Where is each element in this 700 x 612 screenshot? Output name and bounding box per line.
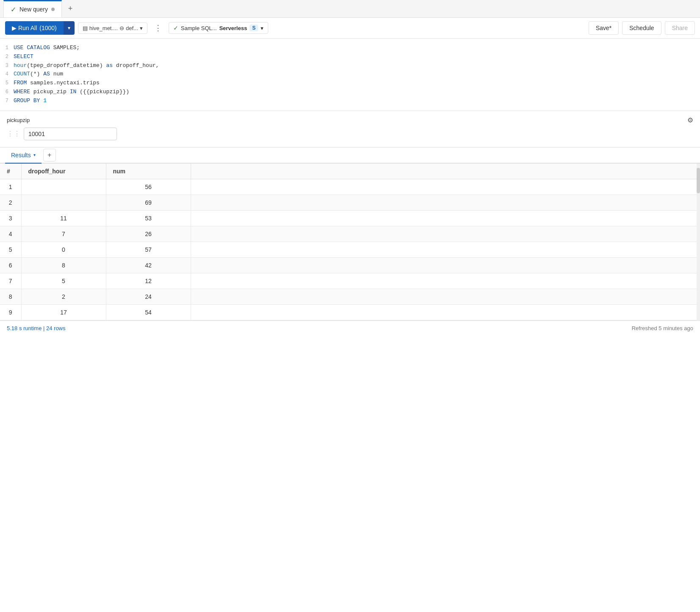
table-row: 4726 bbox=[0, 226, 700, 242]
table-row: 6842 bbox=[0, 257, 700, 273]
toolbar: ▶ Run All (1000) ▾ ▤ hive_met.... ⊖ def.… bbox=[0, 18, 700, 39]
table-icon: ▤ bbox=[83, 25, 88, 31]
table-cell: 2 bbox=[21, 289, 106, 304]
code-token: AS bbox=[43, 71, 50, 77]
code-token: dropoff_hour, bbox=[113, 62, 159, 69]
code-token: FROM bbox=[14, 80, 27, 86]
code-token: hour bbox=[14, 62, 27, 69]
tab-dot-icon bbox=[51, 8, 55, 11]
more-options-button[interactable]: ⋮ bbox=[151, 22, 165, 34]
parameter-section: pickupzip ⚙ ⋮⋮ bbox=[0, 111, 700, 147]
table-cell: 7 bbox=[21, 226, 106, 242]
add-tab-button[interactable]: + bbox=[64, 2, 77, 16]
catalog-name: hive_met.... bbox=[89, 25, 118, 31]
param-gear-icon[interactable]: ⚙ bbox=[687, 116, 693, 124]
column-header-num: # bbox=[0, 164, 21, 179]
param-label: pickupzip bbox=[7, 117, 30, 123]
status-bar: 5.18 s runtime | 24 rows Refreshed 5 min… bbox=[0, 320, 700, 336]
table-cell: 12 bbox=[106, 273, 191, 289]
table-cell: 4 bbox=[0, 226, 21, 242]
table-row: 5057 bbox=[0, 242, 700, 257]
line-number: 5 bbox=[0, 79, 14, 87]
table-header-row: # dropoff_hour num bbox=[0, 164, 700, 179]
table-container: # dropoff_hour num 156269311534726505768… bbox=[0, 164, 700, 320]
save-button[interactable]: Save* bbox=[589, 21, 619, 35]
run-icon: ▶ Run All bbox=[12, 25, 37, 31]
line-number: 2 bbox=[0, 53, 14, 61]
table-cell: 56 bbox=[106, 179, 191, 195]
line-number: 4 bbox=[0, 70, 14, 78]
serverless-label: Serverless bbox=[219, 25, 247, 31]
table-cell: 0 bbox=[21, 242, 106, 257]
line-number: 7 bbox=[0, 97, 14, 105]
table-cell bbox=[21, 179, 106, 195]
code-token: COUNT bbox=[14, 71, 30, 77]
runtime-text: 5.18 s runtime | 24 rows bbox=[7, 325, 66, 331]
table-cell: 9 bbox=[0, 304, 21, 320]
add-panel-button[interactable]: + bbox=[43, 149, 56, 161]
code-token: (*) bbox=[30, 71, 43, 77]
table-row: 269 bbox=[0, 195, 700, 210]
tab-check-icon: ✓ bbox=[11, 6, 16, 14]
code-content: WHERE pickup_zip IN ({{pickupzip}}) bbox=[14, 88, 700, 97]
code-token: samples.nyctaxi.trips bbox=[27, 80, 100, 86]
table-cell: 26 bbox=[106, 226, 191, 242]
code-token: num bbox=[50, 71, 63, 77]
results-tabs: Results ▾ + bbox=[0, 147, 700, 164]
table-cell: 7 bbox=[0, 273, 21, 289]
table-cell bbox=[21, 195, 106, 210]
table-cell: 24 bbox=[106, 289, 191, 304]
results-tab[interactable]: Results ▾ bbox=[5, 147, 42, 164]
cluster-name: Sample SQL... bbox=[181, 25, 217, 31]
run-dropdown-icon: ▾ bbox=[68, 25, 70, 31]
catalog-arrow-icon: ▾ bbox=[140, 25, 143, 31]
table-cell: 5 bbox=[0, 242, 21, 257]
table-cell: 1 bbox=[0, 179, 21, 195]
vertical-scrollbar[interactable] bbox=[697, 164, 700, 320]
table-cell-empty bbox=[191, 273, 700, 289]
code-line: 1USE CATALOG SAMPLES; bbox=[0, 44, 700, 53]
table-cell-empty bbox=[191, 195, 700, 210]
more-icon: ⋮ bbox=[154, 24, 162, 32]
table-cell-empty bbox=[191, 242, 700, 257]
table-cell-empty bbox=[191, 226, 700, 242]
table-cell-empty bbox=[191, 179, 700, 195]
column-header-num-col: num bbox=[106, 164, 191, 179]
code-token: SAMPLES; bbox=[50, 45, 80, 51]
run-all-button[interactable]: ▶ Run All (1000) bbox=[5, 21, 64, 35]
scrollbar-thumb[interactable] bbox=[697, 168, 700, 193]
add-panel-icon: + bbox=[47, 151, 51, 159]
code-token: (tpep_dropoff_datetime) bbox=[27, 62, 106, 69]
column-header-empty bbox=[191, 164, 700, 179]
code-line: 6WHERE pickup_zip IN ({{pickupzip}}) bbox=[0, 88, 700, 97]
param-drag-handle[interactable]: ⋮⋮ bbox=[7, 130, 20, 138]
code-editor[interactable]: 1USE CATALOG SAMPLES;2SELECT3 hour(tpep_… bbox=[0, 39, 700, 111]
cluster-check-icon: ✓ bbox=[173, 25, 178, 31]
param-input-field[interactable] bbox=[24, 128, 117, 140]
table-row: 8224 bbox=[0, 289, 700, 304]
table-cell: 57 bbox=[106, 242, 191, 257]
code-token: WHERE bbox=[14, 89, 30, 95]
table-cell: 53 bbox=[106, 210, 191, 226]
schedule-button[interactable]: Schedule bbox=[622, 21, 661, 35]
tab-bar: ✓ New query + bbox=[0, 0, 700, 18]
query-tab[interactable]: ✓ New query bbox=[3, 0, 62, 17]
param-header: pickupzip ⚙ bbox=[7, 116, 693, 124]
table-wrapper: # dropoff_hour num 156269311534726505768… bbox=[0, 164, 700, 320]
results-tab-label: Results bbox=[11, 152, 31, 159]
code-content: USE CATALOG SAMPLES; bbox=[14, 44, 700, 53]
code-content: COUNT(*) AS num bbox=[14, 70, 700, 79]
catalog-selector[interactable]: ▤ hive_met.... ⊖ def... ▾ bbox=[78, 22, 147, 34]
refresh-text: Refreshed 5 minutes ago bbox=[632, 325, 693, 331]
code-token: GROUP BY bbox=[14, 97, 40, 104]
cluster-selector[interactable]: ✓ Sample SQL... Serverless S ▾ bbox=[169, 22, 268, 34]
table-row: 156 bbox=[0, 179, 700, 195]
table-cell: 6 bbox=[0, 257, 21, 273]
code-line: 4 COUNT(*) AS num bbox=[0, 70, 700, 79]
run-dropdown-button[interactable]: ▾ bbox=[64, 21, 75, 35]
code-token: SELECT bbox=[14, 53, 33, 60]
share-button[interactable]: Share bbox=[665, 21, 695, 35]
table-cell: 54 bbox=[106, 304, 191, 320]
table-cell-empty bbox=[191, 304, 700, 320]
table-row: 91754 bbox=[0, 304, 700, 320]
